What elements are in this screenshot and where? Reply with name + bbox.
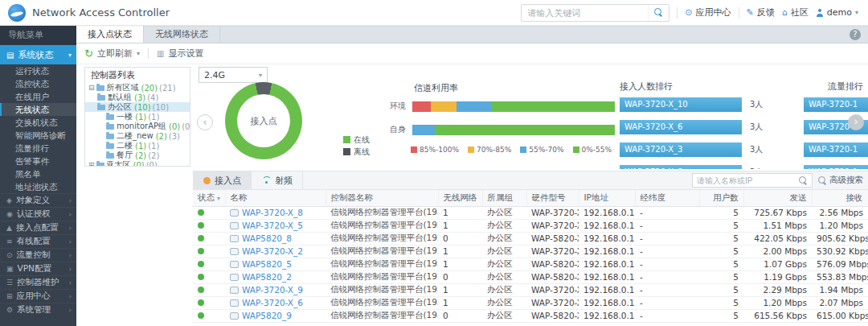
- tree-node[interactable]: 二楼(1)(1): [85, 141, 190, 151]
- tx-cell[interactable]: 422.05 Kbps: [743, 232, 812, 245]
- network-cell[interactable]: 1: [438, 245, 482, 258]
- band-select[interactable]: 2.4G ▾: [199, 67, 268, 83]
- rx-cell[interactable]: 553.83 Mbps: [812, 270, 868, 283]
- sidebar-group-item[interactable]: ⚙系统管理›: [0, 303, 76, 316]
- tx-cell[interactable]: 615.56 Kbps: [743, 309, 812, 322]
- collapse-icon[interactable]: ⊟: [88, 84, 95, 92]
- sidebar-subitem[interactable]: 告警事件: [0, 155, 76, 167]
- users-cell[interactable]: 5: [699, 232, 743, 245]
- column-header[interactable]: 经纬度: [635, 190, 699, 206]
- refresh-button[interactable]: 立即刷新: [97, 47, 133, 60]
- sidebar-subitem[interactable]: 流量排行: [0, 142, 76, 155]
- tab-radio[interactable]: 射频: [252, 171, 303, 190]
- refresh-dropdown-icon[interactable]: ▾: [137, 50, 140, 57]
- feedback-link[interactable]: ✎反馈: [747, 6, 775, 19]
- users-cell[interactable]: 5: [699, 219, 743, 232]
- ap-name-link[interactable]: WAP5820_9: [242, 311, 292, 320]
- sidebar-subitem[interactable]: 运行状态: [0, 64, 76, 77]
- column-header[interactable]: 名称: [225, 190, 326, 206]
- tree-node[interactable]: 二楼_new(2)(3): [85, 131, 190, 141]
- tab-wireless-network-status[interactable]: 无线网络状态: [144, 26, 220, 43]
- sidebar-subitem[interactable]: 流控状态: [0, 77, 76, 90]
- help-icon[interactable]: ?: [850, 29, 861, 40]
- network-cell[interactable]: 0: [438, 232, 482, 245]
- tree-node[interactable]: 办公区(10)(10): [85, 102, 190, 112]
- network-cell[interactable]: 1: [438, 283, 482, 296]
- tx-cell[interactable]: 1.07 Gbps: [743, 258, 812, 270]
- column-header[interactable]: 用户数: [699, 190, 743, 206]
- ap-name-link[interactable]: WAP-3720-X_6: [242, 298, 303, 307]
- rx-cell[interactable]: 2.56 Mbps: [812, 206, 868, 219]
- tx-cell[interactable]: 2.29 Mbps: [743, 283, 812, 296]
- users-cell[interactable]: 5: [699, 309, 743, 322]
- search-button[interactable]: [648, 5, 669, 21]
- users-cell[interactable]: 5: [699, 206, 743, 219]
- tx-cell[interactable]: 2.00 Mbps: [743, 245, 812, 258]
- table-search-input[interactable]: [697, 176, 799, 185]
- tree-node[interactable]: 餐厅(2)(2): [85, 151, 190, 160]
- rank-bar[interactable]: WAP-3720-1: [804, 142, 868, 157]
- rx-cell[interactable]: 2.07 Mbps: [812, 296, 868, 309]
- ap-name-link[interactable]: WAP-3720-X_2: [242, 246, 303, 256]
- rank-bar[interactable]: WAP-3720-X_3: [620, 142, 742, 157]
- sidebar-subitem[interactable]: 智能网络诊断: [0, 129, 76, 142]
- ap-name-link[interactable]: WAP5820_2: [242, 272, 292, 282]
- network-cell[interactable]: 0: [438, 270, 482, 283]
- users-cell[interactable]: 5: [699, 296, 743, 309]
- tab-ap-status[interactable]: 接入点状态: [76, 26, 144, 43]
- sidebar-group-item[interactable]: ▲接入点配置›: [0, 221, 76, 234]
- app-center-link[interactable]: ⊙应用中心: [685, 6, 731, 19]
- network-cell[interactable]: 0: [438, 309, 482, 322]
- users-cell[interactable]: 5: [699, 283, 743, 296]
- column-header[interactable]: 发送: [743, 190, 812, 206]
- expand-icon[interactable]: ⊞: [88, 161, 95, 167]
- rx-cell[interactable]: 1.20 Mbps: [812, 219, 868, 232]
- rx-cell[interactable]: 905.62 Kbps: [812, 232, 868, 245]
- users-cell[interactable]: 5: [699, 270, 743, 283]
- sidebar-group-item[interactable]: ≡有线配置›: [0, 234, 76, 248]
- ap-name-link[interactable]: WAP5820_8: [242, 233, 292, 243]
- ap-name-link[interactable]: WAP-3720-X_5: [242, 221, 303, 230]
- column-header[interactable]: 无线网络: [438, 190, 482, 206]
- column-header[interactable]: 所属组: [482, 190, 526, 206]
- sidebar-group-item[interactable]: ⊙流量控制›: [0, 248, 76, 262]
- tab-access-points[interactable]: 接入点: [194, 171, 252, 190]
- sidebar-subitem[interactable]: 在线用户: [0, 90, 76, 103]
- sidebar-subitem[interactable]: 无线状态: [0, 103, 76, 116]
- sidebar-group-item[interactable]: ⊞应用中心›: [0, 289, 76, 303]
- sidebar-group-system-status[interactable]: ▤ 系统状态 ▾: [0, 45, 76, 64]
- filter-icon[interactable]: ▾: [217, 195, 220, 202]
- users-cell[interactable]: 5: [699, 258, 743, 270]
- rank-bar[interactable]: WAP-3720-X_6: [620, 120, 742, 134]
- tx-cell[interactable]: 1.51 Mbps: [743, 219, 812, 232]
- tx-cell[interactable]: 1.20 Mbps: [743, 296, 812, 309]
- rank-bar[interactable]: WAP-3720-X_10: [620, 97, 742, 112]
- sidebar-group-item[interactable]: ◉认证授权›: [0, 207, 76, 221]
- column-header[interactable]: 接收: [812, 190, 868, 206]
- network-cell[interactable]: 1: [438, 258, 482, 270]
- sidebar-group-item[interactable]: ▣VPN配置›: [0, 262, 76, 275]
- carousel-prev-button[interactable]: ‹: [197, 114, 213, 130]
- rx-cell[interactable]: 576.09 Mbps: [812, 258, 868, 270]
- rank-bar[interactable]: WAP-3720-1: [804, 97, 868, 112]
- sidebar-group-item[interactable]: ☰控制器维护›: [0, 275, 76, 289]
- tx-cell[interactable]: 1.19 Gbps: [743, 270, 812, 283]
- advanced-search-link[interactable]: 高级搜索: [818, 175, 863, 186]
- keyword-search-input[interactable]: [522, 8, 648, 18]
- ap-name-link[interactable]: WAP-3720-X_8: [242, 208, 303, 217]
- rx-cell[interactable]: 530.92 Kbps: [812, 245, 868, 258]
- ap-name-link[interactable]: WAP5820_5: [242, 259, 292, 269]
- network-cell[interactable]: 1: [438, 296, 482, 309]
- tree-node[interactable]: 默认组(3)(4): [85, 93, 190, 102]
- tree-node[interactable]: ⊞亚太区(0)(0): [85, 160, 190, 167]
- display-settings-button[interactable]: 显示设置: [168, 47, 203, 60]
- column-header[interactable]: IP地址: [579, 190, 635, 206]
- sidebar-subitem[interactable]: 黑名单: [0, 167, 76, 180]
- column-header[interactable]: 硬件型号: [526, 190, 579, 206]
- user-menu[interactable]: demo▾: [816, 7, 858, 18]
- tx-cell[interactable]: 725.67 Kbps: [743, 206, 812, 219]
- tree-node[interactable]: ⊟所有区域(20)(21): [85, 83, 190, 93]
- table-search-icon[interactable]: [799, 176, 808, 185]
- network-cell[interactable]: 1: [438, 206, 482, 219]
- community-link[interactable]: ⌂社区: [782, 6, 809, 19]
